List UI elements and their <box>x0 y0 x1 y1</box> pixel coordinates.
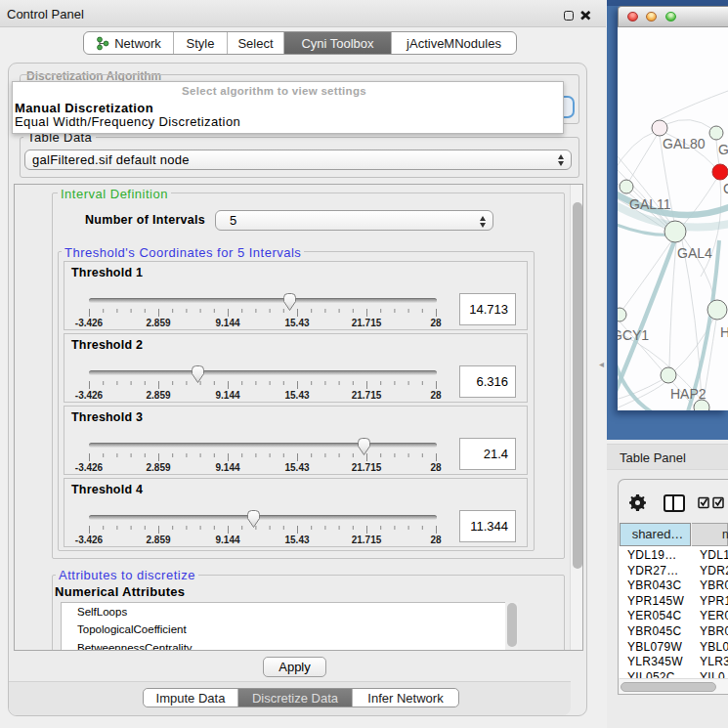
svg-text:GCY1: GCY1 <box>618 327 649 343</box>
svg-text:HAP2: HAP2 <box>670 386 707 402</box>
svg-text:C: C <box>723 181 728 196</box>
svg-text:GAL11: GAL11 <box>629 196 671 212</box>
svg-text:GA: GA <box>718 142 728 157</box>
svg-text:H: H <box>720 324 728 340</box>
svg-text:GAL80: GAL80 <box>663 136 706 151</box>
svg-text:GAL4: GAL4 <box>677 245 712 261</box>
